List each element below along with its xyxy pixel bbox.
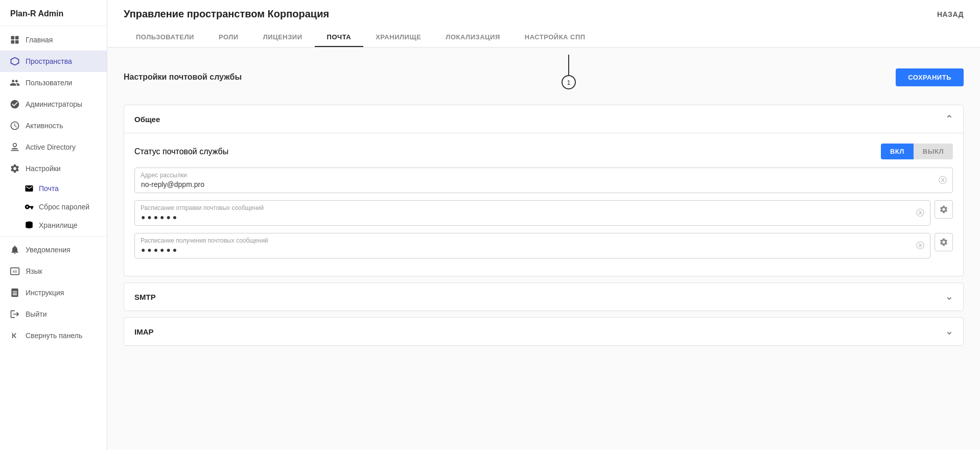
sidebar-item-label: Инструкция (26, 289, 64, 297)
accordion-imap: IMAP ⌄ (124, 317, 964, 346)
mail-status-row: Статус почтовой службы ВКЛ ВЫКЛ (134, 144, 953, 159)
database-icon (25, 221, 34, 230)
users-icon (9, 77, 20, 88)
accordion-imap-title: IMAP (134, 327, 154, 336)
sidebar-nav: Главная Пространства Пользователи Админи… (0, 26, 107, 450)
header: Управление пространством Корпорация НАЗА… (107, 0, 980, 48)
sidebar-item-settings[interactable]: Настройки (0, 158, 107, 179)
toggle-on-button[interactable]: ВКЛ (881, 144, 914, 159)
page-title: Управление пространством Корпорация (124, 8, 329, 20)
sidebar-item-label: Уведомления (26, 246, 71, 254)
sidebar-item-collapse[interactable]: Свернуть панель (0, 325, 107, 346)
accordion-smtp-header[interactable]: SMTP ⌄ (124, 283, 963, 311)
clock-icon (9, 120, 20, 131)
address-clear-icon[interactable]: ⓧ (939, 175, 947, 186)
sidebar-sub-item-mail[interactable]: Почта (0, 179, 107, 198)
admin-icon (9, 99, 20, 110)
sidebar-divider (0, 236, 107, 237)
send-schedule-field: Расписание отправки почтовых сообщений ⓧ (134, 200, 930, 226)
sidebar-item-admins[interactable]: Администраторы (0, 93, 107, 115)
chevron-down-icon: ⌄ (945, 291, 953, 302)
sidebar-item-manual[interactable]: Инструкция (0, 282, 107, 303)
sidebar-sub-item-storage[interactable]: Хранилище (0, 216, 107, 234)
chevron-down-icon-2: ⌄ (945, 326, 953, 337)
sidebar-item-language[interactable]: АВ Язык (0, 260, 107, 282)
ad-icon (9, 141, 20, 153)
sidebar-item-notifications[interactable]: Уведомления (0, 239, 107, 260)
sidebar-item-activity[interactable]: Активность (0, 115, 107, 136)
svg-text:АВ: АВ (13, 270, 17, 273)
address-field: Адрес рассылки ⓧ (134, 168, 953, 193)
send-schedule-gear-button[interactable] (935, 200, 953, 219)
tab-storage[interactable]: ХРАНИЛИЩЕ (363, 28, 433, 47)
svg-rect-2 (11, 40, 15, 44)
send-schedule-wrapper: Расписание отправки почтовых сообщений ⓧ (134, 200, 953, 226)
collapse-icon (9, 330, 20, 341)
sidebar-item-main[interactable]: Главная (0, 29, 107, 51)
accordion-imap-header[interactable]: IMAP ⌄ (124, 318, 963, 345)
sidebar-sub-item-password-reset[interactable]: Сброс паролей (0, 198, 107, 216)
tab-mail[interactable]: ПОЧТА (315, 28, 364, 47)
sidebar-item-label: Пользователи (26, 79, 72, 87)
sidebar-item-label: Главная (26, 36, 53, 44)
address-input[interactable] (134, 168, 953, 193)
sidebar-logo: Plan-R Admin (0, 0, 107, 26)
receive-schedule-clear-icon[interactable]: ⓧ (916, 241, 924, 251)
sidebar-item-spaces[interactable]: Пространства (0, 51, 107, 72)
send-schedule-input[interactable] (134, 200, 930, 226)
receive-schedule-field: Расписание получения почтовых сообщений … (134, 233, 930, 258)
svg-rect-3 (15, 40, 19, 44)
tab-roles[interactable]: РОЛИ (206, 28, 251, 47)
gear-icon (9, 163, 20, 174)
sidebar-item-label: Администраторы (26, 100, 82, 108)
bell-icon (9, 244, 20, 255)
book-icon (9, 287, 20, 298)
sidebar-item-label: Свернуть панель (26, 331, 82, 340)
receive-schedule-input[interactable] (134, 233, 930, 258)
sidebar-item-label: Выйти (26, 310, 46, 318)
sidebar-item-label: Язык (26, 267, 42, 275)
content-area: Настройки почтовой службы 1 СОХРАНИТЬ Об… (107, 48, 980, 450)
sidebar-item-logout[interactable]: Выйти (0, 303, 107, 325)
accordion-smtp-title: SMTP (134, 293, 156, 301)
back-button[interactable]: НАЗАД (937, 10, 964, 18)
svg-rect-1 (15, 36, 19, 40)
toggle-off-button[interactable]: ВЫКЛ (914, 144, 953, 159)
mail-icon (25, 184, 34, 193)
section-title: Настройки почтовой службы (124, 73, 242, 82)
sidebar-sub-item-label: Хранилище (39, 221, 78, 229)
indicator-circle: 1 (562, 75, 576, 89)
receive-schedule-gear-button[interactable] (935, 233, 953, 251)
send-schedule-clear-icon[interactable]: ⓧ (916, 208, 924, 219)
accordion-general-body: Статус почтовой службы ВКЛ ВЫКЛ Адрес ра… (124, 133, 963, 276)
sidebar-item-label: Активность (26, 122, 63, 130)
section-header: Настройки почтовой службы 1 СОХРАНИТЬ (124, 60, 964, 94)
accordion-general: Общее ⌃ Статус почтовой службы ВКЛ ВЫКЛ … (124, 105, 964, 276)
chevron-up-icon: ⌃ (945, 113, 953, 125)
accordion-general-title: Общее (134, 115, 160, 124)
grid-icon (9, 34, 20, 45)
accordion-general-header[interactable]: Общее ⌃ (124, 105, 963, 133)
logout-icon (9, 309, 20, 320)
toggle-group: ВКЛ ВЫКЛ (881, 144, 953, 159)
save-button[interactable]: СОХРАНИТЬ (896, 68, 964, 86)
header-top: Управление пространством Корпорация НАЗА… (124, 8, 964, 20)
tabs: ПОЛЬЗОВАТЕЛИ РОЛИ ЛИЦЕНЗИИ ПОЧТА ХРАНИЛИ… (124, 28, 964, 47)
sidebar-item-label: Пространства (26, 57, 72, 65)
lang-icon: АВ (9, 266, 20, 277)
key-icon (25, 202, 34, 211)
tab-users[interactable]: ПОЛЬЗОВАТЕЛИ (124, 28, 206, 47)
sidebar-item-active-directory[interactable]: Active Directory (0, 136, 107, 158)
sidebar-item-label: Active Directory (26, 143, 76, 151)
sidebar: Plan-R Admin Главная Пространства Пользо… (0, 0, 107, 450)
tab-localization[interactable]: ЛОКАЛИЗАЦИЯ (433, 28, 512, 47)
receive-schedule-wrapper: Расписание получения почтовых сообщений … (134, 233, 953, 258)
mail-status-label: Статус почтовой службы (134, 147, 228, 156)
accordion-smtp: SMTP ⌄ (124, 282, 964, 311)
tab-licenses[interactable]: ЛИЦЕНЗИИ (251, 28, 315, 47)
sidebar-item-users[interactable]: Пользователи (0, 72, 107, 93)
main-content: Управление пространством Корпорация НАЗА… (107, 0, 980, 450)
tab-spp-settings[interactable]: НАСТРОЙКА СПП (512, 28, 598, 47)
sidebar-sub-item-label: Почта (39, 184, 59, 193)
sidebar-item-label: Настройки (26, 164, 61, 173)
